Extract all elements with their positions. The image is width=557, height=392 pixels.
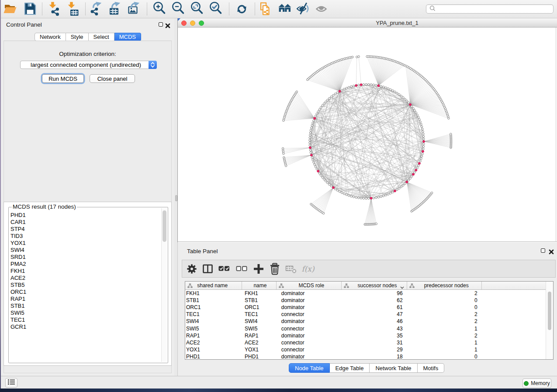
mcds-result-item[interactable]: GCR1	[10, 323, 158, 330]
mcds-result-item[interactable]: ORC1	[10, 289, 158, 296]
split-columns-icon[interactable]	[200, 261, 216, 277]
mcds-result-item[interactable]: FKH1	[10, 268, 158, 275]
save-floppy-icon[interactable]	[22, 1, 38, 17]
mcds-result-item[interactable]: PMA2	[10, 261, 158, 268]
mcds-result-item[interactable]: CAR1	[10, 219, 158, 226]
zoom-fit-icon[interactable]	[190, 1, 205, 17]
criterion-select[interactable]: largest connected component (undirected)	[20, 61, 157, 69]
first-neighbors-icon[interactable]	[277, 1, 293, 17]
mcds-result-item[interactable]: TID3	[10, 233, 158, 240]
zoom-out-icon[interactable]	[171, 1, 187, 17]
table-cell: TEC1	[242, 311, 277, 318]
show-all-icon[interactable]	[315, 1, 331, 17]
export-network-icon[interactable]	[89, 1, 104, 17]
table-cell: STB1	[185, 297, 242, 304]
network-window-titlebar[interactable]: YPA_prune.txt_1	[178, 18, 557, 28]
toolbar-separator	[85, 3, 86, 15]
network-window: YPA_prune.txt_1	[177, 18, 557, 242]
column-header-name[interactable]: name	[242, 282, 277, 289]
zoom-selected-icon[interactable]	[208, 1, 224, 17]
tasks-list-button[interactable]	[5, 378, 17, 388]
table-row[interactable]: SWI5SWI5connector431	[185, 325, 553, 333]
close-icon[interactable]	[549, 248, 554, 256]
tab-network-table[interactable]: Network Table	[370, 363, 417, 373]
table-row[interactable]: ORC1ORC1dominator610	[185, 304, 553, 311]
table-panel: Table Panel f(x) shared namenameMCDS rol…	[177, 242, 557, 376]
window-close-button[interactable]	[181, 21, 187, 26]
table-cell: 2	[407, 311, 482, 318]
table-cell: ORC1	[185, 304, 242, 311]
memory-status-icon	[524, 381, 529, 386]
tab-mcds[interactable]: MCDS	[114, 33, 141, 41]
table-cell: 2	[407, 332, 482, 339]
close-panel-button[interactable]: Close panel	[90, 74, 135, 83]
table-row[interactable]: ACE2ACE2connector311	[185, 339, 553, 347]
tab-select[interactable]: Select	[89, 33, 114, 41]
float-icon[interactable]	[159, 22, 163, 27]
export-image-icon[interactable]	[127, 1, 142, 17]
tab-motifs[interactable]: Motifs	[418, 363, 445, 373]
table-row[interactable]: PHD1PHD1dominator180	[185, 353, 553, 361]
select-all-icon[interactable]	[216, 261, 232, 277]
import-table-icon[interactable]	[66, 1, 81, 17]
clone-network-icon[interactable]	[257, 1, 273, 17]
export-table-icon[interactable]	[107, 1, 123, 17]
mcds-result-item[interactable]: PHD1	[10, 212, 158, 219]
import-network-icon[interactable]	[47, 1, 62, 17]
table-row[interactable]: RAP1RAP1dominator352	[185, 332, 553, 340]
toolbar-separator	[147, 3, 147, 15]
table-row[interactable]: YOX1YOX1connector291	[185, 346, 553, 354]
mcds-result-item[interactable]: YOX1	[10, 240, 158, 247]
panel-splitter[interactable]	[174, 18, 177, 376]
memory-button[interactable]: Memory	[522, 378, 551, 388]
add-column-icon[interactable]	[251, 261, 266, 277]
delete-column-icon[interactable]	[267, 261, 283, 277]
column-header-shared-name[interactable]: shared name	[185, 282, 242, 289]
open-folder-icon[interactable]	[3, 1, 18, 17]
table-scrollbar-thumb[interactable]	[548, 292, 551, 330]
table-tabs: Node TableEdge TableNetwork TableMotifs	[289, 363, 444, 373]
table-scrollbar[interactable]	[546, 282, 553, 359]
zoom-in-icon[interactable]	[152, 1, 168, 17]
mcds-result-item[interactable]: RAP1	[10, 296, 158, 303]
tab-style[interactable]: Style	[66, 33, 89, 41]
network-scrollbar[interactable]	[555, 28, 557, 241]
deselect-all-icon[interactable]	[234, 261, 249, 277]
mcds-result-list[interactable]: PHD1CAR1STP4TID3YOX1SWI4SRD1PMA2FKH1ACE2…	[10, 212, 158, 330]
run-mcds-button[interactable]: Run MCDS	[42, 74, 84, 83]
mcds-result-item[interactable]: SWI5	[10, 309, 158, 316]
float-icon[interactable]	[541, 248, 545, 253]
table-row[interactable]: SWI4SWI4dominator462	[185, 318, 553, 325]
search-box[interactable]	[426, 4, 554, 14]
column-header-predecessor-nodes[interactable]: predecessor nodes	[407, 282, 482, 289]
column-header-successor-nodes[interactable]: successor nodes	[342, 282, 407, 289]
tab-node-table[interactable]: Node Table	[289, 363, 330, 373]
mcds-result-item[interactable]: ACE2	[10, 275, 158, 282]
mcds-result-item[interactable]: STB5	[10, 282, 158, 289]
table-row[interactable]: FKH1FKH1dominator962	[185, 290, 553, 297]
table-row[interactable]: STB1STB1dominator620	[185, 297, 553, 304]
gear-icon[interactable]	[184, 261, 200, 277]
window-minimize-button[interactable]	[190, 21, 195, 26]
table-cell: 1	[407, 346, 482, 353]
column-header-MCDS-role[interactable]: MCDS role	[277, 282, 342, 289]
close-icon[interactable]	[165, 22, 170, 30]
mcds-list-scrollbar-thumb[interactable]	[163, 210, 166, 242]
table-row[interactable]: TEC1TEC1connector472	[185, 311, 553, 318]
network-canvas[interactable]	[178, 28, 557, 242]
mcds-list-scrollbar[interactable]	[161, 208, 167, 362]
mcds-result-item[interactable]: SWI4	[10, 247, 158, 254]
table-cell: 0	[407, 297, 482, 304]
tab-edge-table[interactable]: Edge Table	[330, 363, 370, 373]
mcds-result-item[interactable]: TEC1	[10, 316, 158, 323]
refresh-icon[interactable]	[233, 1, 249, 17]
toolbar-separator	[42, 3, 42, 15]
search-input[interactable]	[436, 6, 553, 12]
mcds-result-item[interactable]: SRD1	[10, 254, 158, 261]
window-maximize-button[interactable]	[199, 21, 204, 26]
mcds-result-item[interactable]: STP4	[10, 226, 158, 233]
frame-focus-grip	[178, 18, 180, 21]
tab-network[interactable]: Network	[35, 33, 66, 41]
hide-selected-icon[interactable]	[296, 1, 311, 17]
mcds-result-item[interactable]: STB1	[10, 303, 158, 309]
